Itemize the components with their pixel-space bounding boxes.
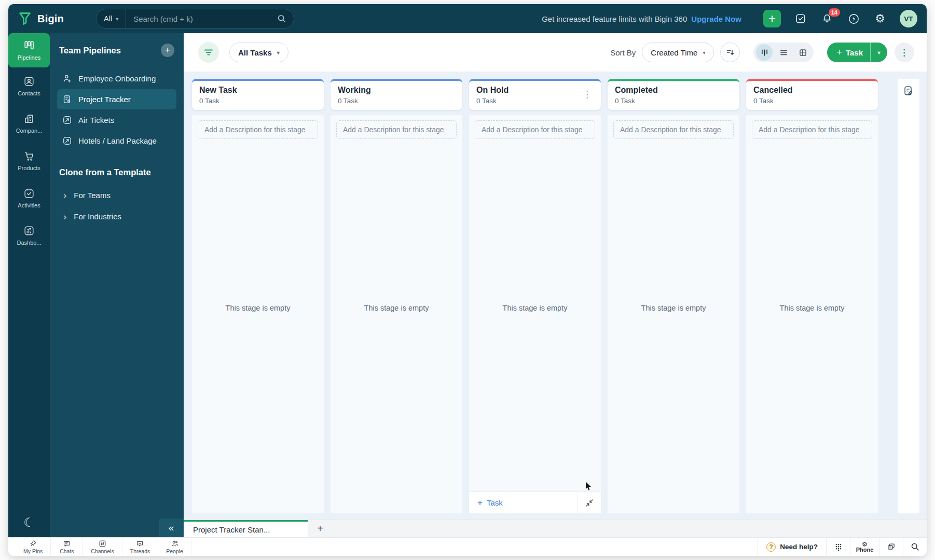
search-icon	[911, 542, 919, 551]
rail-item-activities[interactable]: Activities	[8, 179, 50, 217]
notes-edit-icon	[903, 85, 914, 96]
clone-template-list: › For Teams › For Industries	[57, 185, 176, 227]
sidebar-item-air-tickets[interactable]: Air Tickets	[57, 110, 176, 130]
stage-collapse-button[interactable]	[577, 492, 601, 513]
stage-description-input[interactable]: Add a Description for this stage	[613, 120, 734, 139]
stage-description-input[interactable]: Add a Description for this stage	[752, 120, 872, 139]
board-toolbar: All Tasks ▾ Sort By Created Time ▾	[184, 33, 927, 72]
stage-header[interactable]: On Hold 0 Task ⋮	[469, 79, 601, 110]
kanban-icon	[23, 40, 35, 51]
tasks-check-icon[interactable]	[794, 12, 807, 25]
filter-icon	[204, 48, 213, 57]
search-scope-value: All	[104, 15, 112, 23]
bigin-funnel-icon	[18, 11, 32, 26]
sidebar-item-hotels-land-package[interactable]: Hotels / Land Package	[57, 131, 176, 151]
phone-settings-button[interactable]: ⚙ Phone	[850, 538, 879, 556]
stage-count: 0 Task	[615, 97, 732, 105]
add-task-label: Task	[846, 48, 863, 57]
add-pipeline-button[interactable]: +	[161, 44, 174, 57]
dock-label: Threads	[130, 549, 150, 554]
sidebar-item-project-tracker[interactable]: Project Tracker	[57, 89, 176, 109]
add-task-dropdown[interactable]: ▾	[871, 50, 887, 55]
stage-description-input[interactable]: Add a Description for this stage	[198, 120, 318, 139]
view-switcher	[753, 43, 814, 62]
pipeline-label: Air Tickets	[78, 116, 114, 124]
pipeline-label: Project Tracker	[78, 95, 131, 104]
search-scope-dropdown[interactable]: All ▾	[97, 9, 126, 28]
rail-item-products[interactable]: Products	[8, 142, 50, 179]
user-plus-icon	[62, 74, 72, 83]
notes-button[interactable]	[903, 85, 914, 96]
stage-header[interactable]: Completed 0 Task	[608, 79, 739, 110]
stage-lane: Add a Description for this stage This st…	[192, 115, 324, 513]
windows-stack-button[interactable]	[879, 538, 903, 556]
filter-button[interactable]	[198, 42, 219, 63]
dialpad-button[interactable]	[826, 538, 850, 556]
clone-item-for-teams[interactable]: › For Teams	[57, 185, 176, 206]
sidebar-item-employee-onboarding[interactable]: Employee Onboarding	[57, 68, 176, 89]
notifications-bell-icon[interactable]: 14	[820, 12, 834, 25]
stage-lane: Add a Description for this stage This st…	[608, 115, 739, 513]
view-separator	[774, 48, 774, 57]
clone-item-label: For Industries	[74, 212, 121, 221]
stage-count: 0 Task	[199, 97, 317, 105]
sort-by-label: Sort By	[610, 48, 636, 57]
need-help-button[interactable]: ? Need help?	[758, 538, 826, 556]
tab-label: Project Tracker Stan...	[193, 525, 270, 534]
dock-item-my-pins[interactable]: My Pins	[16, 538, 51, 556]
people-icon	[171, 540, 179, 548]
upgrade-now-link[interactable]: Upgrade Now	[691, 15, 741, 23]
trend-arrow-icon	[62, 136, 72, 146]
task-filter-dropdown[interactable]: All Tasks ▾	[229, 43, 288, 62]
sidebar-collapse-button[interactable]: «	[159, 519, 184, 537]
rail-item-contacts[interactable]: Contacts	[8, 67, 50, 105]
plus-icon: +	[165, 46, 171, 55]
quick-add-button[interactable]: +	[763, 10, 781, 27]
stage-lane: Add a Description for this stage This st…	[469, 115, 601, 513]
dock-item-chats[interactable]: Chats	[51, 538, 83, 556]
dock-item-people[interactable]: People	[158, 538, 191, 556]
dock-search-button[interactable]	[903, 538, 927, 556]
zap-icon[interactable]	[847, 12, 860, 25]
stage-header[interactable]: Working 0 Task	[331, 79, 462, 110]
stage-add-task-button[interactable]: + Task	[469, 492, 577, 513]
clone-item-for-industries[interactable]: › For Industries	[57, 206, 176, 227]
stage-empty-message: This stage is empty	[608, 304, 739, 312]
cart-icon	[23, 150, 35, 162]
sort-direction-button[interactable]	[720, 43, 740, 62]
kanban-view-button[interactable]	[756, 44, 773, 61]
stage-description-input[interactable]: Add a Description for this stage	[475, 120, 595, 139]
rail-item-companies[interactable]: Compan...	[8, 105, 50, 142]
task-filter-value: All Tasks	[238, 48, 272, 57]
rail-item-pipelines[interactable]: Pipelines	[8, 33, 50, 67]
settings-gear-icon[interactable]: ⚙	[873, 12, 887, 25]
sort-field-dropdown[interactable]: Created Time ▾	[642, 43, 714, 62]
global-search[interactable]: All ▾	[96, 9, 294, 29]
dock-right: ? Need help? ⚙ Phone	[758, 538, 927, 556]
tab-project-tracker-standard[interactable]: Project Tracker Stan...	[184, 520, 308, 537]
user-avatar[interactable]: VT	[900, 10, 917, 27]
stage-menu-button[interactable]: ⋮	[580, 88, 595, 101]
sheet-view-button[interactable]	[794, 44, 811, 61]
list-view-button[interactable]	[775, 44, 792, 61]
board-more-menu[interactable]: ⋮	[895, 43, 914, 62]
add-task-main[interactable]: + Task	[827, 47, 870, 58]
rail-item-dashboards[interactable]: Dashbo...	[8, 217, 50, 254]
company-icon	[23, 113, 35, 124]
dock-item-channels[interactable]: Channels	[83, 538, 122, 556]
dock-label: Channels	[91, 549, 114, 554]
stack-windows-icon	[887, 542, 896, 551]
add-subpipeline-button[interactable]: +	[308, 520, 332, 537]
search-input[interactable]	[126, 15, 277, 23]
stage-description-input[interactable]: Add a Description for this stage	[336, 120, 457, 139]
pipeline-list: Employee Onboarding Project Tracker	[57, 68, 176, 151]
stage-header[interactable]: Cancelled 0 Task	[746, 79, 878, 110]
topbar-actions: + 14 ⚙ VT	[763, 10, 917, 27]
dock-item-threads[interactable]: Threads	[122, 538, 159, 556]
dock-spacer	[191, 538, 758, 556]
night-mode-toggle[interactable]: ☾	[8, 515, 50, 530]
stage-header[interactable]: New Task 0 Task	[192, 79, 324, 110]
brand-logo[interactable]: Bigin	[18, 11, 64, 26]
pipeline-label: Employee Onboarding	[78, 74, 156, 83]
add-task-button[interactable]: + Task ▾	[827, 43, 887, 62]
